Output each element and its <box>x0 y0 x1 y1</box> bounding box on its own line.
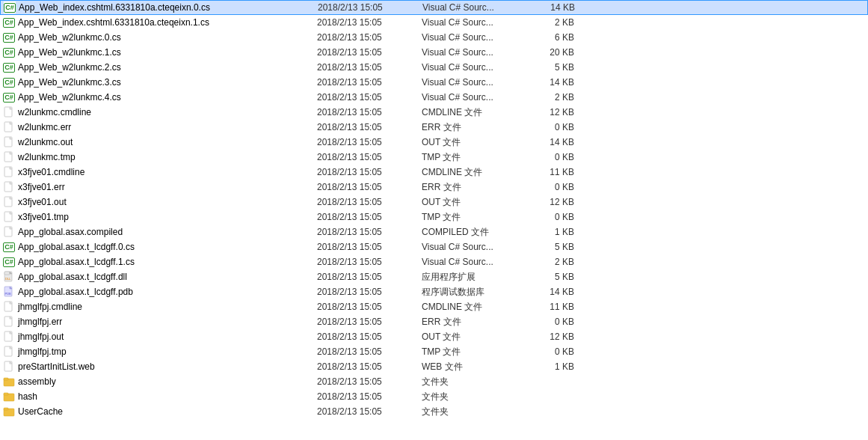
file-date: 2018/2/13 15:05 <box>317 167 382 177</box>
table-row[interactable]: w2lunkmc.err 2018/2/13 15:05 ERR 文件 0 KB <box>0 120 868 135</box>
file-date: 2018/2/13 15:05 <box>317 376 382 387</box>
table-row[interactable]: x3fjve01.tmp 2018/2/13 15:05 TMP 文件 0 KB <box>0 210 868 224</box>
file-type: ERR 文件 <box>422 122 461 132</box>
file-name-cell: jhmglfpj.tmp <box>3 346 317 358</box>
file-type-cell: Visual C# Sourc... <box>422 242 526 252</box>
table-row[interactable]: preStartInitList.web 2018/2/13 15:05 WEB… <box>0 359 868 374</box>
file-type: 应用程序扩展 <box>422 272 475 282</box>
file-date-cell: 2018/2/13 15:05 <box>317 122 422 132</box>
file-type-cell: CMDLINE 文件 <box>422 301 526 314</box>
table-row[interactable]: PDB App_global.asax.t_lcdgff.pdb 2018/2/… <box>0 284 868 299</box>
table-row[interactable]: jhmglfpj.out 2018/2/13 15:05 OUT 文件 12 K… <box>0 329 868 344</box>
table-row[interactable]: jhmglfpj.cmdline 2018/2/13 15:05 CMDLINE… <box>0 299 868 314</box>
table-row[interactable]: C# App_global.asax.t_lcdgff.1.cs 2018/2/… <box>0 254 868 269</box>
table-row[interactable]: C# App_Web_w2lunkmc.1.cs 2018/2/13 15:05… <box>0 45 868 60</box>
file-type: CMDLINE 文件 <box>422 302 482 312</box>
file-date-cell: 2018/2/13 15:05 <box>317 331 422 342</box>
file-name: App_Web_w2lunkmc.1.cs <box>18 47 121 58</box>
file-type: OUT 文件 <box>422 197 461 207</box>
file-date-cell: 2018/2/13 15:05 <box>317 107 422 117</box>
file-type: CMDLINE 文件 <box>422 107 482 117</box>
file-date: 2018/2/13 15:05 <box>317 47 382 58</box>
file-type: Visual C# Sourc... <box>422 92 493 103</box>
file-size-cell: 20 KB <box>526 47 586 58</box>
table-row[interactable]: w2lunkmc.tmp 2018/2/13 15:05 TMP 文件 0 KB <box>0 150 868 165</box>
file-size: 0 KB <box>555 317 574 327</box>
svg-rect-38 <box>4 393 8 395</box>
file-type-cell: OUT 文件 <box>422 136 526 149</box>
table-row[interactable]: x3fjve01.out 2018/2/13 15:05 OUT 文件 12 K… <box>0 195 868 210</box>
folder-icon <box>3 376 15 388</box>
table-row[interactable]: assembly 2018/2/13 15:05 文件夹 <box>0 374 868 389</box>
table-row[interactable]: C# App_Web_index.cshtml.6331810a.cteqeix… <box>0 15 868 30</box>
file-name-cell: C# App_Web_index.cshtml.6331810a.cteqeix… <box>3 16 317 28</box>
file-date-cell: 2018/2/13 15:05 <box>317 182 422 192</box>
table-row[interactable]: C# App_Web_w2lunkmc.3.cs 2018/2/13 15:05… <box>0 75 868 90</box>
file-name: assembly <box>18 376 56 387</box>
file-size-cell: 11 KB <box>526 167 586 177</box>
file-type-cell: OUT 文件 <box>422 331 526 343</box>
file-type: Visual C# Sourc... <box>422 242 493 252</box>
file-size-cell: 14 KB <box>527 2 587 13</box>
file-date: 2018/2/13 15:05 <box>317 62 382 73</box>
file-date: 2018/2/13 15:05 <box>317 406 382 417</box>
table-row[interactable]: x3fjve01.cmdline 2018/2/13 15:05 CMDLINE… <box>0 165 868 180</box>
file-type-cell: CMDLINE 文件 <box>422 106 526 119</box>
file-size-cell: 5 KB <box>526 62 586 73</box>
file-name: App_Web_w2lunkmc.2.cs <box>18 62 121 73</box>
dll-icon: DLL <box>3 271 15 283</box>
table-row[interactable]: w2lunkmc.cmdline 2018/2/13 15:05 CMDLINE… <box>0 105 868 120</box>
table-row[interactable]: C# App_Web_w2lunkmc.0.cs 2018/2/13 15:05… <box>0 30 868 45</box>
file-name-cell: assembly <box>3 376 317 388</box>
table-row[interactable]: hash 2018/2/13 15:05 文件夹 <box>0 389 868 404</box>
svg-rect-19 <box>4 272 10 275</box>
file-name: w2lunkmc.out <box>18 137 73 147</box>
table-row[interactable]: DLL App_global.asax.t_lcdgff.dll 2018/2/… <box>0 269 868 284</box>
table-row[interactable]: C# App_global.asax.t_lcdgff.0.cs 2018/2/… <box>0 239 868 254</box>
table-row[interactable]: C# App_Web_w2lunkmc.2.cs 2018/2/13 15:05… <box>0 60 868 75</box>
file-size: 5 KB <box>555 62 574 73</box>
file-size-cell: 1 KB <box>526 227 586 237</box>
cs-icon: C# <box>3 16 15 28</box>
file-date-cell: 2018/2/13 15:05 <box>317 257 422 267</box>
file-type-cell: Visual C# Sourc... <box>422 47 526 58</box>
file-size-cell: 11 KB <box>526 302 586 312</box>
file-name: w2lunkmc.tmp <box>18 152 76 162</box>
file-name: App_global.asax.t_lcdgff.1.cs <box>18 257 135 267</box>
file-type: Visual C# Sourc... <box>422 62 493 73</box>
file-size: 0 KB <box>555 182 574 192</box>
file-date-cell: 2018/2/13 15:05 <box>317 197 422 207</box>
file-type-cell: Visual C# Sourc... <box>422 92 526 103</box>
table-row[interactable]: x3fjve01.err 2018/2/13 15:05 ERR 文件 0 KB <box>0 180 868 195</box>
table-row[interactable]: jhmglfpj.tmp 2018/2/13 15:05 TMP 文件 0 KB <box>0 344 868 359</box>
file-name: jhmglfpj.err <box>18 317 62 327</box>
file-date-cell: 2018/2/13 15:05 <box>317 17 422 28</box>
file-name: x3fjve01.err <box>18 182 65 192</box>
file-type-cell: COMPILED 文件 <box>422 226 526 239</box>
file-name: App_global.asax.compiled <box>18 227 123 237</box>
file-size: 1 KB <box>555 227 574 237</box>
file-date: 2018/2/13 15:05 <box>317 17 382 28</box>
table-row[interactable]: App_global.asax.compiled 2018/2/13 15:05… <box>0 224 868 239</box>
file-type: ERR 文件 <box>422 317 461 327</box>
file-type: Visual C# Sourc... <box>422 17 493 28</box>
table-row[interactable]: C# App_Web_w2lunkmc.4.cs 2018/2/13 15:05… <box>0 90 868 105</box>
file-size: 0 KB <box>555 152 574 162</box>
file-name: w2lunkmc.err <box>18 122 71 132</box>
file-size: 12 KB <box>550 107 574 117</box>
cs-icon: C# <box>3 91 15 103</box>
table-row[interactable]: jhmglfpj.err 2018/2/13 15:05 ERR 文件 0 KB <box>0 314 868 329</box>
table-row[interactable]: C# App_Web_index.cshtml.6331810a.cteqeix… <box>0 0 868 15</box>
file-size-cell: 1 KB <box>526 361 586 372</box>
file-size-cell: 14 KB <box>526 77 586 88</box>
file-icon <box>3 316 15 328</box>
table-row[interactable]: UserCache 2018/2/13 15:05 文件夹 <box>0 404 868 419</box>
file-name-cell: C# App_Web_w2lunkmc.3.cs <box>3 76 317 88</box>
file-size-cell: 0 KB <box>526 346 586 357</box>
file-date-cell: 2018/2/13 15:05 <box>317 77 422 88</box>
file-name: jhmglfpj.cmdline <box>18 302 82 312</box>
file-type: TMP 文件 <box>422 346 461 357</box>
file-list: C# App_Web_index.cshtml.6331810a.cteqeix… <box>0 0 868 440</box>
table-row[interactable]: w2lunkmc.out 2018/2/13 15:05 OUT 文件 14 K… <box>0 135 868 150</box>
file-size-cell: 0 KB <box>526 152 586 162</box>
